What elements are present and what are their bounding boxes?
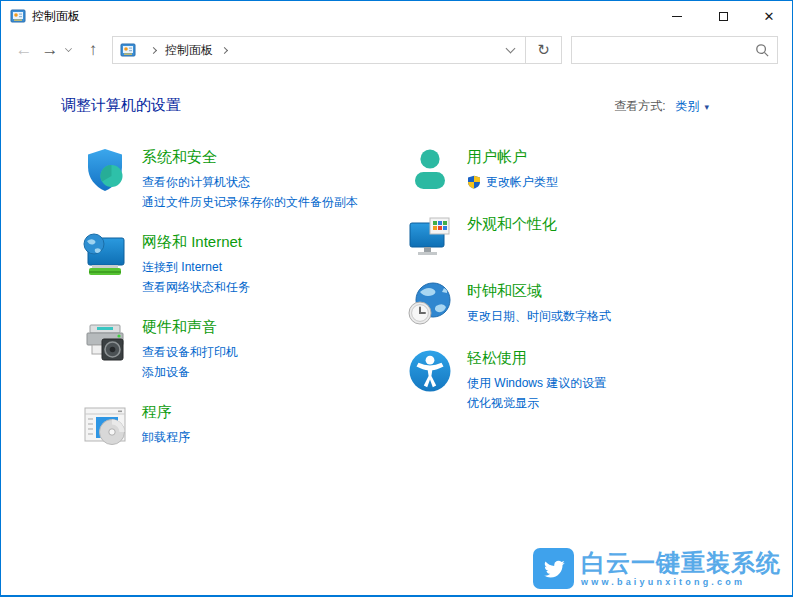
category-title[interactable]: 硬件和声音 [142,318,238,337]
clock-region-icon[interactable] [406,280,454,328]
refresh-button[interactable]: ↻ [525,37,561,63]
category-column-right: 用户帐户更改帐户类型外观和个性化时钟和区域更改日期、时间或数字格式轻松使用使用 … [406,146,792,468]
chevron-right-icon[interactable] [221,46,228,53]
up-arrow-icon: ↑ [89,40,98,60]
close-icon: ✕ [764,10,775,23]
refresh-icon: ↻ [537,41,550,59]
category-task-link[interactable]: 连接到 Internet [142,257,250,277]
category-item: 用户帐户更改帐户类型 [406,146,792,194]
minimize-button[interactable] [654,1,700,31]
category-column-left: 系统和安全查看你的计算机状态通过文件历史记录保存你的文件备份副本网络和 Inte… [81,146,406,468]
chevron-right-icon[interactable] [150,46,157,53]
programs-icon[interactable] [81,401,129,449]
control-panel-window: 控制面板 ✕ ← → ↑ 控制面板 ↻ [0,0,793,597]
category-task-link-label: 连接到 Internet [142,257,222,277]
category-task-link[interactable]: 查看设备和打印机 [142,342,238,362]
close-button[interactable]: ✕ [746,1,792,31]
search-input[interactable] [572,37,747,63]
category-task-link-label: 查看设备和打印机 [142,342,238,362]
up-button[interactable]: ↑ [80,40,106,60]
category-item: 系统和安全查看你的计算机状态通过文件历史记录保存你的文件备份副本 [81,146,406,212]
category-title[interactable]: 轻松使用 [467,349,606,368]
maximize-button[interactable] [700,1,746,31]
network-icon[interactable] [81,231,129,279]
category-task-link[interactable]: 卸载程序 [142,427,190,447]
category-item: 时钟和区域更改日期、时间或数字格式 [406,280,792,328]
category-task-link[interactable]: 更改日期、时间或数字格式 [467,306,611,326]
search-button[interactable] [747,43,777,58]
address-dropdown-button[interactable] [495,37,525,63]
back-arrow-icon: ← [16,40,33,60]
breadcrumb: 控制面板 [113,42,495,59]
category-task-link-label: 使用 Windows 建议的设置 [467,373,606,393]
category-task-link[interactable]: 使用 Windows 建议的设置 [467,373,606,393]
category-task-link-label: 通过文件历史记录保存你的文件备份副本 [142,192,358,212]
maximize-icon [719,12,728,21]
search-box [571,36,778,64]
category-item: 程序卸载程序 [81,401,406,449]
navigation-toolbar: ← → ↑ 控制面板 ↻ [1,31,792,69]
category-item: 外观和个性化 [406,213,792,261]
security-shield-icon[interactable] [81,146,129,194]
control-panel-icon [10,8,26,24]
chevron-down-icon [505,44,515,54]
search-icon [755,43,770,58]
category-title[interactable]: 用户帐户 [467,148,558,167]
category-item: 硬件和声音查看设备和打印机添加设备 [81,316,406,382]
appearance-icon[interactable] [406,213,454,261]
minimize-icon [672,16,682,17]
back-button[interactable]: ← [11,40,37,60]
view-by-control: 查看方式: 类别 ▾ [614,98,709,115]
category-task-link[interactable]: 查看你的计算机状态 [142,172,358,192]
category-task-link-label: 优化视觉显示 [467,393,539,413]
category-task-link-label: 更改帐户类型 [486,172,558,192]
address-bar[interactable]: 控制面板 ↻ [112,36,562,64]
category-grid: 系统和安全查看你的计算机状态通过文件历史记录保存你的文件备份副本网络和 Inte… [1,146,792,468]
user-accounts-icon[interactable] [406,146,454,194]
window-title: 控制面板 [32,8,654,25]
category-task-link-label: 查看网络状态和任务 [142,277,250,297]
recent-locations-chevron-icon[interactable] [65,45,72,52]
bird-icon [533,548,574,589]
view-by-label: 查看方式: [614,98,665,115]
category-task-link[interactable]: 更改帐户类型 [467,172,558,192]
hardware-sound-icon[interactable] [81,316,129,364]
category-title[interactable]: 程序 [142,403,190,422]
content-area: 调整计算机的设置 查看方式: 类别 ▾ 系统和安全查看你的计算机状态通过文件历史… [1,69,792,468]
category-title[interactable]: 系统和安全 [142,148,358,167]
category-task-link[interactable]: 通过文件历史记录保存你的文件备份副本 [142,192,358,212]
category-task-link[interactable]: 查看网络状态和任务 [142,277,250,297]
category-task-link[interactable]: 添加设备 [142,362,238,382]
forward-button[interactable]: → [37,40,63,60]
forward-arrow-icon: → [42,40,59,60]
page-title: 调整计算机的设置 [61,96,181,115]
category-item: 轻松使用使用 Windows 建议的设置优化视觉显示 [406,347,792,413]
watermark-logo: 白云一键重装系统 www.baiyunxitong.com [533,548,781,589]
watermark-title: 白云一键重装系统 [581,550,781,575]
category-task-link-label: 更改日期、时间或数字格式 [467,306,611,326]
watermark-url: www.baiyunxitong.com [581,577,745,587]
category-title[interactable]: 网络和 Internet [142,233,250,252]
breadcrumb-item-control-panel[interactable]: 控制面板 [165,42,213,59]
ease-of-access-icon[interactable] [406,347,454,395]
category-title[interactable]: 外观和个性化 [467,215,557,234]
category-task-link-label: 卸载程序 [142,427,190,447]
category-task-link-label: 添加设备 [142,362,190,382]
titlebar: 控制面板 ✕ [1,1,792,31]
chevron-down-icon[interactable]: ▾ [704,102,709,112]
category-item: 网络和 Internet连接到 Internet查看网络状态和任务 [81,231,406,297]
category-task-link-label: 查看你的计算机状态 [142,172,250,192]
uac-shield-icon[interactable] [467,175,481,189]
control-panel-icon[interactable] [120,42,136,58]
category-title[interactable]: 时钟和区域 [467,282,611,301]
view-by-value-link[interactable]: 类别 [675,98,699,115]
category-task-link[interactable]: 优化视觉显示 [467,393,606,413]
